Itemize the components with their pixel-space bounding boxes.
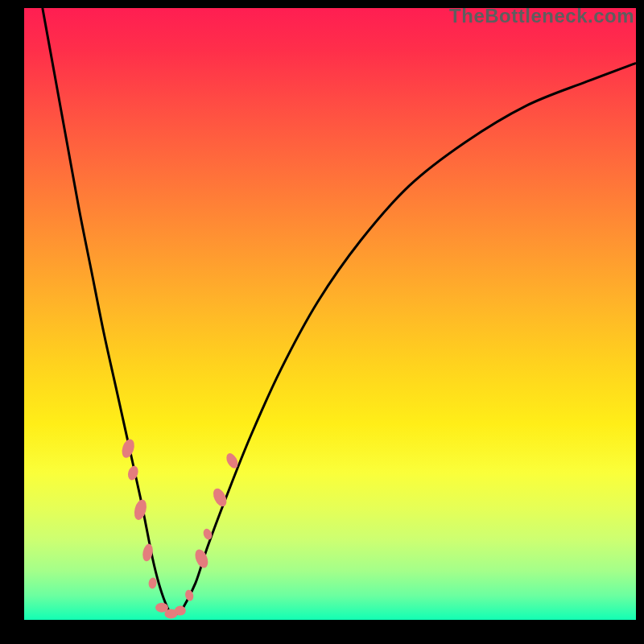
marker-dot — [126, 464, 140, 481]
marker-dot — [148, 577, 158, 589]
highlight-markers — [120, 438, 241, 619]
bottleneck-curve — [43, 8, 636, 615]
plot-area — [24, 8, 636, 620]
watermark-text: TheBottleneck.com — [449, 5, 634, 27]
chart-svg — [24, 8, 636, 620]
chart-frame: TheBottleneck.com — [0, 0, 644, 644]
marker-dot — [132, 498, 148, 522]
marker-dot — [192, 547, 210, 569]
marker-dot — [120, 438, 137, 460]
marker-dot — [202, 527, 214, 541]
